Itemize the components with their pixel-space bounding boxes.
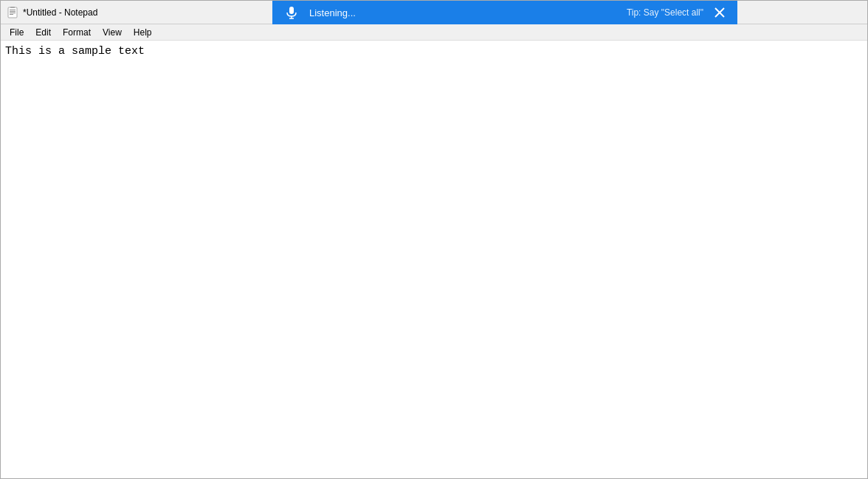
text-editor[interactable] — [5, 44, 863, 475]
menu-bar: File Edit Format View Help — [1, 24, 867, 41]
microphone-icon — [281, 2, 302, 23]
svg-rect-1 — [10, 10, 16, 10]
menu-file[interactable]: File — [4, 26, 30, 39]
menu-help[interactable]: Help — [128, 26, 158, 39]
close-voice-button[interactable] — [711, 4, 728, 21]
menu-view[interactable]: View — [97, 26, 128, 39]
editor-area[interactable] — [1, 41, 867, 478]
svg-rect-3 — [10, 13, 16, 13]
listening-label: Listening... — [309, 7, 619, 18]
menu-format[interactable]: Format — [57, 26, 97, 39]
voice-bar: Listening... Tip: Say "Select all" — [272, 1, 737, 24]
tip-label: Tip: Say "Select all" — [627, 7, 703, 18]
svg-rect-4 — [10, 14, 13, 15]
notepad-icon — [7, 7, 18, 18]
svg-rect-2 — [10, 11, 16, 12]
menu-edit[interactable]: Edit — [30, 26, 57, 39]
notepad-window: *Untitled - Notepad Listening... Tip: Sa… — [0, 0, 868, 479]
title-bar: *Untitled - Notepad Listening... Tip: Sa… — [1, 1, 867, 24]
svg-rect-6 — [289, 7, 294, 14]
svg-rect-5 — [10, 7, 15, 8]
